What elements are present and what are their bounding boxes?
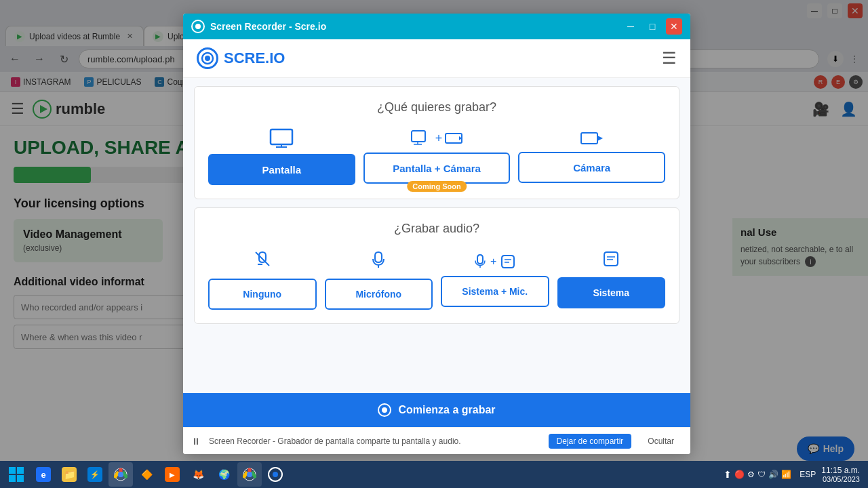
camara-icon — [580, 130, 604, 146]
pantalla-camara-icon: + — [411, 129, 463, 147]
start-button[interactable] — [3, 462, 30, 487]
camara-button[interactable]: Cámara — [518, 152, 665, 183]
audio-option-sistema-mic: + Sistema + Mic. — [441, 253, 549, 307]
pantalla-camara-button[interactable]: Pantalla + Cámara — [363, 152, 511, 184]
tray-icon-5: 🔊 — [768, 470, 778, 479]
taskbar-chrome2-icon[interactable] — [237, 462, 262, 487]
taskbar-edge-icon[interactable]: ⚡ — [83, 462, 107, 487]
tray-icon-2: 🔴 — [734, 470, 745, 479]
system-tray: ⬆ 🔴 ⚙ 🛡 🔊 📶 — [721, 469, 794, 480]
sistema-button[interactable]: Sistema — [557, 277, 666, 308]
taskbar-ie-icon[interactable]: e — [31, 462, 56, 487]
audio-options: Ninguno Micrófono — [208, 249, 665, 310]
taskbar-recorder-icon[interactable] — [263, 462, 288, 487]
start-btn-text: Comienza a grabar — [398, 404, 495, 416]
record-option-pantalla-camara: + Pantalla + Cámara Coming Soon — [363, 129, 511, 184]
tray-icon-4: 🛡 — [757, 470, 766, 479]
svg-point-31 — [247, 472, 252, 477]
notification-bar: ⏸ Screen Recorder - Grabador de pantalla… — [183, 427, 690, 454]
modal-title: Screen Recorder - Scre.io — [210, 21, 326, 32]
audio-option-sistema: Sistema — [557, 251, 666, 308]
svg-rect-7 — [412, 131, 425, 142]
modal-minimize-button[interactable]: ─ — [623, 18, 639, 35]
pantalla-button[interactable]: Pantalla — [208, 154, 355, 185]
ninguno-button[interactable]: Ninguno — [208, 279, 317, 310]
taskbar-clock: 11:15 a.m. 03/05/2023 — [821, 466, 865, 483]
notification-text: Screen Recorder - Grabador de pantalla c… — [209, 436, 540, 446]
screen-recorder-modal: Screen Recorder - Scre.io ─ □ ✕ SCRE.IO … — [183, 14, 690, 454]
svg-marker-13 — [597, 136, 603, 141]
svg-rect-25 — [17, 475, 24, 482]
ninguno-icon — [253, 249, 272, 273]
modal-titlebar: Screen Recorder - Scre.io ─ □ ✕ — [183, 14, 690, 39]
start-btn-icon — [378, 403, 391, 417]
language-indicator: ESP — [797, 470, 818, 479]
audio-option-ninguno: Ninguno — [208, 249, 317, 310]
record-section: ¿Qué quieres grabar? Pantalla — [194, 86, 679, 199]
taskbar-app5-icon[interactable]: ▶ — [160, 462, 184, 487]
pantalla-icon — [269, 128, 294, 148]
taskbar-right: ⬆ 🔴 ⚙ 🛡 🔊 📶 ESP 11:15 a.m. 03/05/2023 — [721, 466, 865, 483]
audio-option-microfono: Micrófono — [325, 249, 433, 310]
modal-menu-icon[interactable]: ☰ — [662, 49, 677, 68]
svg-rect-4 — [271, 129, 292, 144]
svg-rect-24 — [9, 475, 16, 482]
modal-header: SCRE.IO ☰ — [183, 39, 690, 78]
microfono-button[interactable]: Micrófono — [325, 279, 433, 310]
sistema-icon — [601, 251, 620, 272]
record-section-title: ¿Qué quieres grabar? — [208, 100, 665, 115]
record-option-camara: Cámara — [518, 130, 665, 183]
modal-close-button[interactable]: ✕ — [666, 18, 682, 35]
coming-soon-badge: Coming Soon — [407, 181, 467, 192]
pause-icon: ⏸ — [191, 436, 201, 447]
taskbar-chrome-icon[interactable] — [108, 462, 133, 487]
audio-section: ¿Grabar audio? Ninguno — [194, 207, 679, 324]
modal-recorder-icon — [191, 20, 205, 33]
windows-logo — [8, 466, 24, 483]
stop-share-button[interactable]: Dejar de compartir — [549, 434, 632, 449]
scre-logo-text: SCRE.IO — [224, 49, 285, 67]
svg-rect-22 — [9, 467, 16, 474]
taskbar-firefox2-icon[interactable]: 🌍 — [212, 462, 236, 487]
svg-point-28 — [118, 472, 123, 477]
taskbar-vlc-icon[interactable]: 🔶 — [134, 462, 159, 487]
tray-icon-1: ⬆ — [724, 469, 732, 480]
taskbar-firefox-icon[interactable]: 🦊 — [186, 462, 210, 487]
record-options: Pantalla + — [208, 128, 665, 185]
svg-rect-23 — [17, 467, 24, 474]
scre-logo: SCRE.IO — [197, 47, 285, 69]
tray-icon-3: ⚙ — [747, 470, 755, 479]
start-recording-button[interactable]: Comienza a grabar — [183, 393, 690, 427]
taskbar: e 📁 ⚡ 🔶 ▶ 🦊 🌍 — [0, 461, 868, 488]
audio-section-title: ¿Grabar audio? — [208, 222, 665, 236]
modal-body: ¿Qué quieres grabar? Pantalla — [183, 78, 690, 393]
tray-icon-6: 📶 — [781, 470, 791, 479]
svg-rect-12 — [581, 133, 597, 144]
taskbar-folder-icon[interactable]: 📁 — [57, 462, 81, 487]
microfono-icon — [369, 249, 388, 273]
svg-point-3 — [205, 56, 210, 61]
hide-button[interactable]: Ocultar — [639, 434, 682, 449]
scre-logo-icon — [197, 47, 218, 69]
sistema-mic-button[interactable]: Sistema + Mic. — [441, 276, 549, 307]
record-option-pantalla: Pantalla — [208, 128, 355, 185]
sistema-mic-icon: + — [473, 253, 517, 270]
modal-maximize-button[interactable]: □ — [644, 18, 660, 35]
modal-controls: ─ □ ✕ — [623, 18, 682, 35]
